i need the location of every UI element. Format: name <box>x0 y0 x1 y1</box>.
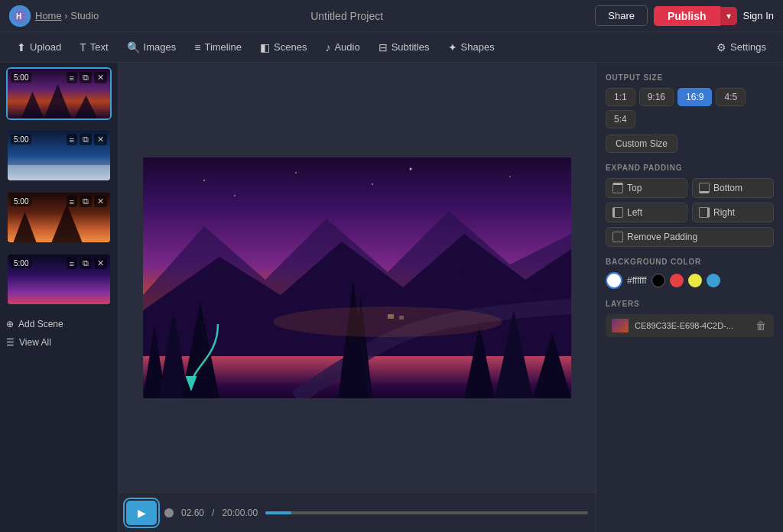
svg-point-14 <box>203 180 205 181</box>
scene-delete-btn-1[interactable]: ✕ <box>94 72 107 83</box>
toolbar-shapes[interactable]: ✦ Shapes <box>440 37 502 57</box>
toolbar-audio[interactable]: ♪ Audio <box>317 37 367 57</box>
toolbar: ⬆ Upload T Text 🔍 Images ≡ Timeline ◧ Sc… <box>0 32 783 63</box>
sidebar: 5:00 ≡ ⧉ ✕ <box>0 63 119 532</box>
padding-bottom-button[interactable]: Bottom <box>692 178 774 198</box>
scenes-label: Scenes <box>274 41 307 53</box>
padding-right-button[interactable]: Right <box>692 203 774 222</box>
timeline-bar: ▶ 02.60 / 20:00.00 <box>119 492 596 532</box>
upload-icon: ⬆ <box>17 41 26 54</box>
breadcrumb-studio: Studio <box>70 10 99 21</box>
images-label: Images <box>144 41 177 53</box>
size-btn-1-1[interactable]: 1:1 <box>606 88 635 106</box>
header-center: Untitled Project <box>99 10 595 22</box>
scene-menu-btn-4[interactable]: ≡ <box>67 258 77 269</box>
audio-icon: ♪ <box>325 41 330 54</box>
play-button[interactable]: ▶ <box>126 501 157 525</box>
scene-item-4[interactable]: 5:00 ≡ ⧉ ✕ <box>6 253 112 306</box>
publish-button[interactable]: Publish <box>654 6 720 26</box>
scene-item-2[interactable]: 5:00 ≡ ⧉ ✕ <box>6 129 112 182</box>
scene-menu-btn-3[interactable]: ≡ <box>67 196 77 207</box>
scene-copy-btn-4[interactable]: ⧉ <box>80 258 92 269</box>
toolbar-scenes[interactable]: ◧ Scenes <box>252 37 314 57</box>
upload-label: Upload <box>30 41 61 53</box>
remove-padding-label: Remove Padding <box>627 232 697 242</box>
scene-copy-btn-2[interactable]: ⧉ <box>80 134 92 145</box>
right-panel: OUTPUT SIZE 1:1 9:16 16:9 4:5 5:4 Custom… <box>596 63 783 532</box>
padding-right-label: Right <box>713 207 735 218</box>
canvas-area: ▶ 02.60 / 20:00.00 <box>119 63 596 532</box>
color-swatch-black[interactable] <box>651 274 665 287</box>
remove-padding-button[interactable]: Remove Padding <box>606 227 774 247</box>
svg-rect-32 <box>388 314 394 319</box>
layer-delete-button[interactable]: 🗑 <box>754 320 768 332</box>
scene-delete-btn-4[interactable]: ✕ <box>94 258 107 269</box>
view-all-button[interactable]: ☰ View All <box>6 335 112 350</box>
sidebar-actions: ⊕ Add Scene ☰ View All <box>0 310 118 356</box>
scene-controls-3: 5:00 ≡ ⧉ ✕ <box>11 196 107 207</box>
canvas-wrapper <box>119 63 596 492</box>
scene-time-2: 5:00 <box>11 135 31 144</box>
toolbar-timeline[interactable]: ≡ Timeline <box>187 37 249 57</box>
svg-point-16 <box>410 167 412 170</box>
color-swatch-yellow[interactable] <box>688 274 702 287</box>
color-swatch-blue[interactable] <box>707 274 720 287</box>
toolbar-images[interactable]: 🔍 Images <box>119 37 184 57</box>
scene-delete-btn-2[interactable]: ✕ <box>94 134 107 145</box>
header: H Home › Studio Untitled Project Share P… <box>0 0 783 32</box>
scene-menu-btn-2[interactable]: ≡ <box>67 134 77 145</box>
view-all-label: View All <box>19 337 51 348</box>
size-btn-9-16[interactable]: 9:16 <box>639 88 674 106</box>
color-swatch-red[interactable] <box>670 274 684 287</box>
avatar: H <box>9 5 31 27</box>
bg-color-label: BACKGROUND COLOR <box>606 258 774 266</box>
scene-copy-btn-3[interactable]: ⧉ <box>80 196 92 207</box>
add-scene-icon: ⊕ <box>6 319 14 329</box>
size-btn-4-5[interactable]: 4:5 <box>716 88 746 106</box>
header-right: Share Publish ▾ Sign In <box>595 5 774 26</box>
canvas-preview[interactable] <box>143 157 571 398</box>
scenes-icon: ◧ <box>260 41 270 54</box>
size-btn-16-9[interactable]: 16:9 <box>677 88 712 106</box>
padding-left-icon <box>612 207 623 218</box>
share-button[interactable]: Share <box>595 5 648 26</box>
add-scene-button[interactable]: ⊕ Add Scene <box>6 316 112 332</box>
timeline-current-time: 02.60 <box>181 508 204 518</box>
svg-point-18 <box>234 195 236 196</box>
signin-button[interactable]: Sign In <box>743 10 774 21</box>
scene-time-4: 5:00 <box>11 258 31 268</box>
toolbar-settings[interactable]: ⚙ Settings <box>709 37 774 57</box>
settings-icon: ⚙ <box>716 41 726 54</box>
scene-controls-4: 5:00 ≡ ⧉ ✕ <box>11 258 107 269</box>
add-scene-label: Add Scene <box>18 319 63 329</box>
scene-item-3[interactable]: 5:00 ≡ ⧉ ✕ <box>6 191 112 244</box>
padding-top-button[interactable]: Top <box>606 178 687 198</box>
layer-name: CE89C33E-E698-4C2D-... <box>635 321 748 330</box>
timeline-label: Timeline <box>204 41 242 53</box>
header-left: H Home › Studio <box>9 5 99 27</box>
padding-bottom-icon <box>699 183 710 193</box>
scene-delete-btn-3[interactable]: ✕ <box>94 196 107 207</box>
project-title[interactable]: Untitled Project <box>310 10 383 22</box>
timeline-track[interactable] <box>265 511 588 514</box>
publish-dropdown-button[interactable]: ▾ <box>720 7 737 25</box>
layer-item[interactable]: CE89C33E-E698-4C2D-... 🗑 <box>606 314 774 337</box>
breadcrumb-home[interactable]: Home <box>35 10 62 21</box>
scene-item-1[interactable]: 5:00 ≡ ⧉ ✕ <box>6 67 112 120</box>
custom-size-button[interactable]: Custom Size <box>606 135 677 153</box>
color-swatch-white[interactable] <box>606 272 622 289</box>
scene-menu-btn-1[interactable]: ≡ <box>67 72 77 83</box>
toolbar-upload[interactable]: ⬆ Upload <box>9 37 69 57</box>
padding-bottom-label: Bottom <box>713 183 742 193</box>
svg-rect-33 <box>399 316 404 320</box>
toolbar-subtitles[interactable]: ⊟ Subtitles <box>371 37 437 57</box>
view-all-icon: ☰ <box>6 337 15 348</box>
layer-thumb <box>612 319 629 332</box>
toolbar-text[interactable]: T Text <box>72 37 115 57</box>
scene-copy-btn-1[interactable]: ⧉ <box>80 72 92 83</box>
size-btn-5-4[interactable]: 5:4 <box>606 110 635 128</box>
bg-color-row: #ffffff <box>606 272 774 289</box>
scene-time-1: 5:00 <box>11 73 31 83</box>
expand-padding-label: EXPAND PADDING <box>606 164 774 172</box>
padding-left-button[interactable]: Left <box>606 203 687 222</box>
